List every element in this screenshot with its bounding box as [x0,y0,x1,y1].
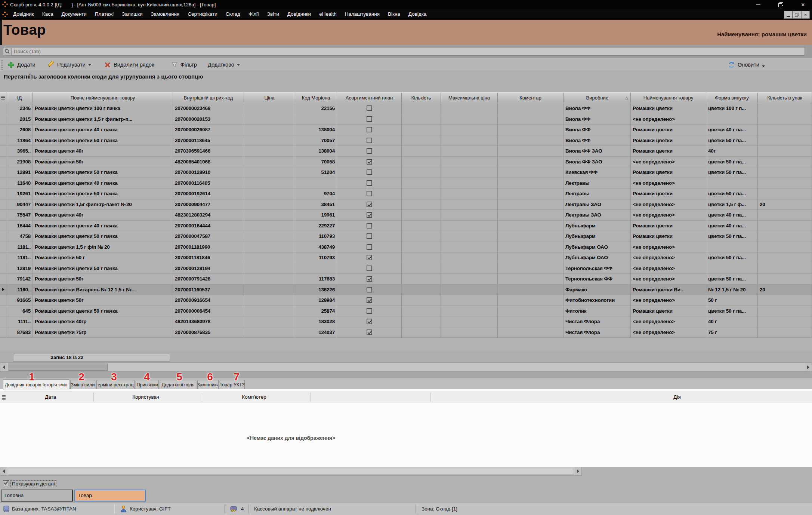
cell-price[interactable] [244,103,295,114]
cell-comment[interactable] [498,231,564,242]
minimize-button[interactable] [750,0,767,9]
cell-price[interactable] [244,188,295,199]
cell-name[interactable]: Ромашки цветки цветки 40 г пачка [33,178,173,189]
cell-name[interactable]: Ромашки цветки цветки 50 г пачка [33,263,173,274]
cell-name[interactable]: Ромашки цветки цветки 50 г пачка [33,231,173,242]
cell-pack[interactable] [758,316,812,327]
cell-price[interactable] [244,285,295,295]
checkbox-unchecked[interactable] [367,127,372,132]
row-selector-cell[interactable] [0,178,6,189]
table-row[interactable]: 1111..Ромашки цветки 40гр482014368097818… [0,316,812,327]
cell-qty[interactable] [402,221,441,232]
cell-price[interactable] [244,231,295,242]
cell-plan[interactable] [337,231,402,242]
cell-id[interactable]: 91665 [6,295,33,306]
table-row[interactable]: 87683Ромашки цветки 75гр2070000876835124… [0,327,812,338]
row-selector-cell[interactable] [0,167,6,178]
cell-price[interactable] [244,295,295,306]
cell-producer[interactable]: Чистая Флора [564,316,631,327]
cell-pack[interactable] [758,146,812,157]
detail-col-user[interactable]: Користувач [132,394,159,400]
cell-maxprice[interactable] [441,316,498,327]
checkbox-checked[interactable] [367,329,372,335]
cell-qty[interactable] [402,135,441,146]
cell-plan[interactable] [337,167,402,178]
scroll-right-icon[interactable] [805,363,812,371]
cell-form[interactable]: цветки 1,5 г ф... [706,199,758,210]
cell-morion[interactable]: 128984 [295,295,337,306]
row-selector-cell[interactable] [0,263,6,274]
cell-comment[interactable] [498,157,564,168]
menu-item-8[interactable]: Склад [222,9,244,20]
table-row[interactable]: 1181..Ромашки цветки 1,5 г ф/п № 2020700… [0,242,812,253]
cell-pack[interactable] [758,231,812,242]
cell-comment[interactable] [498,295,564,306]
cell-product[interactable]: <не определено> [631,274,706,285]
table-row[interactable]: 12891Ромашки цветки цветки 50 г пачка207… [0,167,812,178]
row-selector-cell[interactable] [0,327,6,338]
cell-product[interactable]: <не определено> [631,252,706,263]
cell-id[interactable]: 1160.. [6,285,33,295]
cell-name[interactable]: Ромашки цветки 1,5г фильтр-пакет №20 [33,199,173,210]
column-header-comment[interactable]: Коментар [498,92,564,103]
cell-pack[interactable] [758,167,812,178]
cell-barcode[interactable]: 2070001160537 [173,285,244,295]
cell-id[interactable]: 1111.. [6,316,33,327]
cell-price[interactable] [244,199,295,210]
row-selector-cell[interactable] [0,316,6,327]
cell-barcode[interactable]: 2070000026087 [173,125,244,135]
close-button[interactable]: × [794,0,812,9]
cell-plan[interactable] [337,135,402,146]
cell-price[interactable] [244,114,295,125]
row-selector-cell[interactable] [0,306,6,317]
cell-producer[interactable]: Лектравы [564,188,631,199]
row-selector-cell[interactable] [0,274,6,285]
cell-plan[interactable] [337,274,402,285]
row-selector-cell[interactable] [0,252,6,263]
checkbox-checked[interactable] [367,297,372,303]
cell-barcode[interactable]: 2070000128194 [173,263,244,274]
main-hscrollbar-thumb[interactable] [8,364,108,371]
cell-maxprice[interactable] [441,114,498,125]
cell-comment[interactable] [498,114,564,125]
cell-morion[interactable]: 19961 [295,210,337,221]
checkbox-checked[interactable] [367,202,372,207]
cell-name[interactable]: Ромашки цветки Витарель № 12 1,5 г №... [33,285,173,295]
cell-maxprice[interactable] [441,263,498,274]
add-button[interactable]: Додати [7,59,35,70]
cell-name[interactable]: Ромашки цветки 75гр [33,327,173,338]
cell-form[interactable]: цветки 50 г па... [706,157,758,168]
cell-comment[interactable] [498,306,564,317]
cell-form[interactable]: цветки 50 г па... [706,252,758,263]
cell-barcode[interactable]: 4820143680978 [173,316,244,327]
cell-maxprice[interactable] [441,103,498,114]
cell-id[interactable]: 12819 [6,263,33,274]
cell-producer[interactable]: Тернопольская ФФ [564,263,631,274]
column-header-price[interactable]: Ціна [244,92,295,103]
cell-pack[interactable]: 20 [758,199,812,210]
table-row[interactable]: 2608Ромашки цветки цветки 40 г пачка2070… [0,125,812,135]
row-selector-cell[interactable] [0,125,6,135]
cell-price[interactable] [244,316,295,327]
cell-form[interactable] [706,263,758,274]
table-row[interactable]: 2346Ромашки цветки цветки 100 г пачка207… [0,103,812,114]
cell-id[interactable]: 11864 [6,135,33,146]
cell-qty[interactable] [402,242,441,253]
column-header-form[interactable]: Форма випуску [706,92,758,103]
cell-morion[interactable]: 70058 [295,157,337,168]
cell-id[interactable]: 79142 [6,274,33,285]
column-header-product[interactable]: Найменування товару [631,92,706,103]
cell-barcode[interactable]: 2070001181846 [173,252,244,263]
cell-plan[interactable] [337,252,402,263]
cell-product[interactable]: <не определено> [631,199,706,210]
cell-producer[interactable]: Виола ФФ [564,125,631,135]
cell-form[interactable]: цветки 40 г па... [706,210,758,221]
cell-barcode[interactable]: 2070000192614 [173,188,244,199]
show-details-checkbox[interactable] [3,480,9,486]
cell-maxprice[interactable] [441,327,498,338]
cell-pack[interactable] [758,221,812,232]
table-row[interactable]: 1160..Ромашки цветки Витарель № 12 1,5 г… [0,285,812,295]
cell-name[interactable]: Ромашки цветки цветки 50 г пачка [33,167,173,178]
edit-button[interactable]: Редагувати [47,59,91,70]
cell-pack[interactable]: 20 [758,285,812,295]
